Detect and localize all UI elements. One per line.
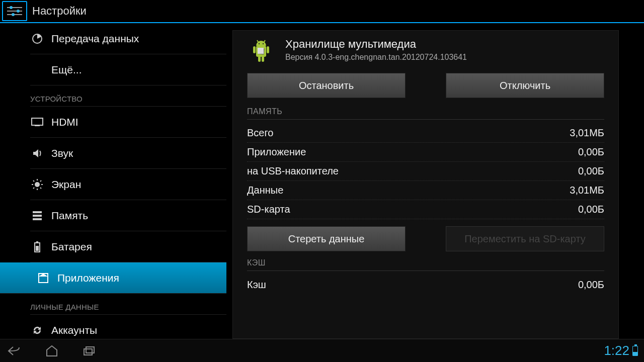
svg-rect-7 xyxy=(32,118,43,125)
cache-section-header: КЭШ xyxy=(247,258,604,271)
sidebar-item-label: Приложения xyxy=(57,272,119,284)
svg-rect-35 xyxy=(258,48,264,54)
sidebar-item-label: Экран xyxy=(51,178,81,191)
sidebar-item-storage[interactable]: Память xyxy=(30,200,226,231)
svg-rect-37 xyxy=(86,347,94,353)
app-detail-panel: Хранилище мультимедиа Версия 4.0.3-eng.c… xyxy=(232,30,619,339)
sync-icon xyxy=(30,323,44,337)
sidebar-item-label: Аккаунты xyxy=(51,324,97,336)
svg-line-15 xyxy=(40,188,41,189)
svg-point-9 xyxy=(35,182,40,187)
stat-label: Всего xyxy=(247,127,273,139)
blank-icon xyxy=(30,63,44,77)
clock: 1:22 xyxy=(604,343,629,358)
sidebar-item-label: Передача данных xyxy=(51,33,139,45)
hdmi-icon xyxy=(30,115,44,129)
svg-rect-28 xyxy=(258,56,261,62)
svg-rect-23 xyxy=(36,246,39,251)
stat-label: на USB-накопителе xyxy=(247,165,339,177)
svg-line-31 xyxy=(264,40,265,43)
clear-data-button[interactable]: Стереть данные xyxy=(247,226,406,251)
back-button[interactable] xyxy=(6,342,23,359)
sidebar-item-battery[interactable]: Батарея xyxy=(30,231,226,262)
svg-point-5 xyxy=(12,13,15,16)
svg-rect-18 xyxy=(33,211,42,213)
move-to-sd-button: Переместить на SD-карту xyxy=(446,226,604,251)
svg-point-3 xyxy=(17,10,20,13)
sidebar-section-personal: ЛИЧНЫЕ ДАННЫЕ xyxy=(30,294,226,315)
app-name: Хранилище мультимедиа xyxy=(285,38,467,51)
svg-point-32 xyxy=(259,43,260,44)
sidebar-item-data-usage[interactable]: Передача данных xyxy=(30,23,226,54)
sidebar-item-label: Ещё... xyxy=(51,64,82,76)
memory-row-total: Всего 3,01МБ xyxy=(247,124,604,143)
stat-value: 0,00Б xyxy=(578,165,604,177)
home-button[interactable] xyxy=(43,342,60,359)
memory-section-header: ПАМЯТЬ xyxy=(247,107,604,120)
svg-line-16 xyxy=(40,180,41,182)
sidebar-item-hdmi[interactable]: HDMI xyxy=(30,107,226,138)
svg-line-17 xyxy=(33,188,34,189)
svg-rect-22 xyxy=(36,241,38,243)
sidebar-item-label: Память xyxy=(51,210,88,222)
svg-rect-8 xyxy=(35,125,40,126)
sound-icon xyxy=(30,146,44,160)
sidebar-item-label: Батарея xyxy=(51,241,92,253)
svg-rect-29 xyxy=(262,56,264,62)
sidebar-item-sound[interactable]: Звук xyxy=(30,138,226,169)
stat-value: 3,01МБ xyxy=(570,127,604,139)
svg-line-14 xyxy=(33,180,34,182)
memory-row-sd: SD-карта 0,00Б xyxy=(247,200,604,219)
settings-sidebar: Передача данных Ещё... УСТРОЙСТВО HDMI З… xyxy=(0,23,226,339)
battery-icon xyxy=(30,240,44,254)
data-usage-icon xyxy=(30,32,44,46)
memory-row-app: Приложение 0,00Б xyxy=(247,143,604,162)
sidebar-section-device: УСТРОЙСТВО xyxy=(30,85,226,107)
android-app-icon xyxy=(247,38,275,66)
stat-label: Данные xyxy=(247,185,283,196)
sidebar-item-display[interactable]: Экран xyxy=(30,169,226,200)
svg-rect-26 xyxy=(253,46,256,53)
sidebar-item-label: HDMI xyxy=(51,116,78,128)
stat-value: 0,00Б xyxy=(578,279,604,291)
settings-icon xyxy=(2,1,27,21)
page-title: Настройки xyxy=(32,5,87,18)
stat-value: 3,01МБ xyxy=(570,185,604,196)
cache-row: Кэш 0,00Б xyxy=(247,275,604,294)
sidebar-item-accounts[interactable]: Аккаунты xyxy=(30,315,226,339)
memory-row-data: Данные 3,01МБ xyxy=(247,181,604,200)
stat-label: SD-карта xyxy=(247,204,290,215)
recent-apps-button[interactable] xyxy=(80,342,98,359)
sidebar-item-more[interactable]: Ещё... xyxy=(30,54,226,85)
app-version: Версия 4.0.3-eng.chengnan.tan.20120724.1… xyxy=(285,53,467,62)
stat-value: 0,00Б xyxy=(578,204,604,215)
disable-button[interactable]: Отключить xyxy=(446,73,604,98)
svg-rect-20 xyxy=(33,218,42,220)
svg-point-1 xyxy=(10,6,13,9)
svg-line-30 xyxy=(257,40,259,43)
apps-icon xyxy=(36,271,50,285)
svg-rect-19 xyxy=(33,215,42,217)
svg-rect-27 xyxy=(267,46,269,53)
stat-label: Приложение xyxy=(247,146,306,158)
force-stop-button[interactable]: Остановить xyxy=(247,73,406,98)
memory-row-usb: на USB-накопителе 0,00Б xyxy=(247,162,604,181)
svg-rect-36 xyxy=(84,349,92,355)
battery-status-icon xyxy=(632,346,638,356)
system-navigation-bar: 1:22 xyxy=(0,339,644,362)
svg-point-33 xyxy=(263,43,264,44)
app-header: Настройки xyxy=(0,0,644,23)
brightness-icon xyxy=(30,177,44,192)
stat-value: 0,00Б xyxy=(578,146,604,158)
sidebar-item-apps[interactable]: Приложения xyxy=(0,262,226,294)
sidebar-item-label: Звук xyxy=(51,147,73,159)
stat-label: Кэш xyxy=(247,279,266,291)
storage-icon xyxy=(30,209,44,223)
